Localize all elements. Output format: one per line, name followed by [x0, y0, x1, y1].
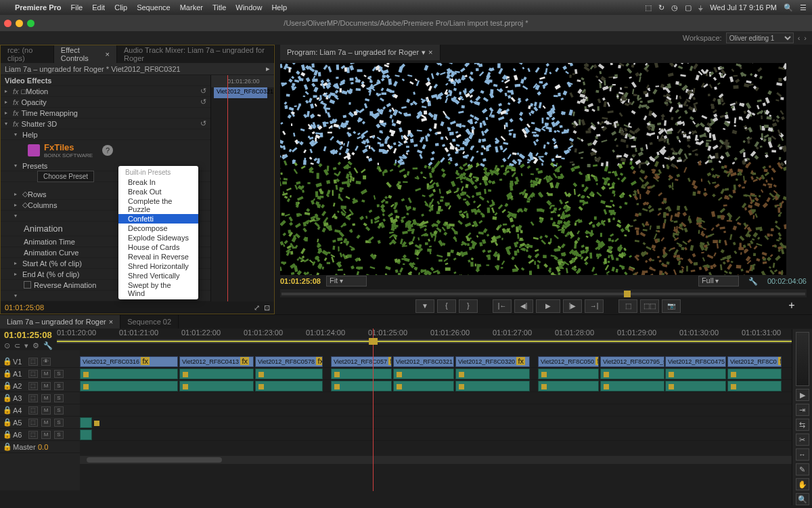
panel-menu-icon[interactable]: ⊡: [264, 303, 270, 312]
audio-track-a5[interactable]: [80, 417, 812, 429]
effect-mini-timeline[interactable]: 01:01:26:00 Viet2012_RF8C0321: [210, 75, 274, 301]
video-track-v1[interactable]: Viet2012_RF8C0316 fxViet2012_RF8C0413 fx…: [80, 356, 812, 368]
mute-button[interactable]: M: [41, 382, 51, 390]
hand-tool[interactable]: ✋: [796, 478, 809, 490]
video-clip[interactable]: Viet2012_RF8C050 fx: [538, 356, 599, 367]
preset-item[interactable]: Explode Sideways: [118, 233, 198, 242]
timeline-playhead[interactable]: [373, 329, 374, 491]
track-header-a2[interactable]: 🔒A2⬚MS: [0, 380, 80, 392]
audio-clip[interactable]: [331, 368, 392, 379]
minimize-button[interactable]: [16, 20, 23, 27]
selection-tool[interactable]: ▶: [796, 389, 809, 401]
menu-icon[interactable]: ☰: [800, 3, 807, 12]
settings-icon[interactable]: ⚙: [32, 341, 39, 350]
audio-clip[interactable]: [80, 368, 178, 379]
audio-track-a1[interactable]: [80, 368, 812, 380]
reverse-checkbox[interactable]: [24, 281, 31, 289]
marker-button[interactable]: ▼: [415, 299, 434, 313]
preset-item[interactable]: Shred Horizontally: [118, 261, 198, 271]
audio-clip[interactable]: [727, 368, 782, 379]
close-icon[interactable]: ×: [109, 318, 113, 326]
sync-icon[interactable]: ↻: [658, 3, 664, 12]
add-button[interactable]: +: [785, 299, 798, 313]
display-icon[interactable]: ▢: [685, 3, 692, 12]
reset-icon[interactable]: ↺: [200, 87, 206, 96]
chevron-right-icon[interactable]: ▸: [266, 64, 270, 73]
track-header-master[interactable]: 🔒Master0.0: [0, 441, 80, 453]
menu-file[interactable]: File: [70, 3, 83, 12]
video-clip[interactable]: Viet2012_RF8C0413 fx: [179, 356, 254, 367]
video-clip[interactable]: Viet2012_RF8C0795_sl fx: [600, 356, 664, 367]
effect-time-remapping[interactable]: ▸fxTime Remapping: [1, 108, 210, 119]
wifi-icon[interactable]: ⏚: [698, 3, 703, 12]
close-button[interactable]: [4, 20, 12, 27]
step-forward-button[interactable]: |▶: [563, 299, 582, 313]
menu-sequence[interactable]: Sequence: [137, 3, 171, 12]
preset-item[interactable]: Reveal in Reverse: [118, 252, 198, 261]
audio-track-a3[interactable]: [80, 392, 812, 404]
track-header-a4[interactable]: 🔒A4⬚MS: [0, 404, 80, 417]
source-patch[interactable]: ⬚: [28, 370, 38, 378]
audio-clip[interactable]: [255, 381, 323, 391]
linked-icon[interactable]: ⊂: [14, 341, 20, 350]
effect-opacity[interactable]: ▸fxOpacity↺: [1, 97, 210, 108]
dropbox-icon[interactable]: ⬚: [645, 3, 652, 12]
solo-button[interactable]: S: [54, 382, 64, 390]
zoom-out-icon[interactable]: ⤢: [254, 303, 260, 312]
audio-clip[interactable]: [538, 368, 599, 379]
pen-tool[interactable]: ✎: [796, 463, 809, 475]
wrench-icon[interactable]: 🔧: [43, 341, 53, 350]
program-monitor[interactable]: [280, 63, 786, 275]
effect-shatter3d[interactable]: ▾fxShatter 3D↺: [1, 119, 210, 129]
eye-icon[interactable]: 👁: [41, 358, 51, 366]
video-clip[interactable]: Viet2012_RF8C0321 fx: [393, 356, 454, 367]
solo-button[interactable]: S: [54, 419, 64, 427]
menu-edit[interactable]: Edit: [92, 3, 105, 12]
timeline-ruler[interactable]: 01:01:20:0001:01:21:0001:01:22:0001:01:2…: [57, 329, 812, 350]
audio-clip[interactable]: [80, 417, 92, 428]
audio-track-a2[interactable]: [80, 380, 812, 392]
timeline-timecode[interactable]: 01:01:25:08: [4, 330, 53, 340]
track-content[interactable]: Viet2012_RF8C0316 fxViet2012_RF8C0413 fx…: [80, 350, 812, 490]
lock-icon[interactable]: 🔒: [3, 357, 9, 366]
mute-button[interactable]: M: [41, 394, 51, 402]
clock[interactable]: Wed Jul 17 9:16 PM: [710, 3, 777, 12]
video-clip[interactable]: Viet2012_RF8C0316 fx: [80, 356, 178, 367]
lift-button[interactable]: ⬚: [618, 299, 637, 313]
extract-button[interactable]: ⬚⬚: [640, 299, 659, 313]
source-patch[interactable]: ⬚: [28, 431, 38, 439]
audio-clip[interactable]: [80, 381, 178, 391]
chevron-left-icon[interactable]: ‹: [798, 34, 800, 42]
effect-motion[interactable]: ▸fx □ Motion↺: [1, 86, 210, 97]
backup-icon[interactable]: ◷: [671, 3, 678, 12]
track-header-v1[interactable]: 🔒V1⬚👁: [0, 356, 80, 368]
mute-button[interactable]: M: [41, 419, 51, 427]
track-header-a5[interactable]: 🔒A5⬚MS: [0, 417, 80, 429]
section-video-effects[interactable]: Video Effects: [1, 75, 210, 86]
audio-clip[interactable]: [80, 429, 92, 440]
audio-clip[interactable]: [727, 381, 782, 391]
workspace-select[interactable]: Oliver editing 1: [726, 33, 794, 43]
in-point-button[interactable]: {: [437, 299, 456, 313]
tab-program[interactable]: Program: Liam 7a – ungraded for Roger ▾ …: [280, 45, 441, 60]
audio-clip[interactable]: [600, 368, 664, 379]
lock-icon[interactable]: 🔒: [3, 381, 9, 390]
step-back-button[interactable]: ◀|: [514, 299, 533, 313]
mini-clip[interactable]: Viet2012_RF8C0321: [214, 87, 267, 98]
preset-item[interactable]: Decompose: [118, 224, 198, 233]
audio-clip[interactable]: [538, 381, 599, 391]
video-clip[interactable]: Viet2012_RF8C057 fx: [331, 356, 392, 367]
keyframe-icon[interactable]: ◇: [22, 190, 28, 198]
mute-button[interactable]: M: [41, 431, 51, 439]
video-clip[interactable]: Viet2012_RF8C0320 fx: [455, 356, 530, 367]
preset-item[interactable]: Confetti: [118, 214, 198, 224]
scrubber-playhead[interactable]: [624, 291, 631, 297]
tab-source[interactable]: rce: (no clips): [1, 45, 54, 63]
audio-clip[interactable]: [600, 381, 664, 391]
track-header-a1[interactable]: 🔒A1⬚MS: [0, 368, 80, 380]
audio-clip[interactable]: [179, 368, 254, 379]
marker-icon[interactable]: ▾: [24, 341, 28, 350]
effect-timecode[interactable]: 01:01:25:08: [5, 303, 44, 312]
lock-icon[interactable]: 🔒: [3, 369, 9, 378]
tab-effect-controls[interactable]: Effect Controls ×: [54, 45, 117, 63]
